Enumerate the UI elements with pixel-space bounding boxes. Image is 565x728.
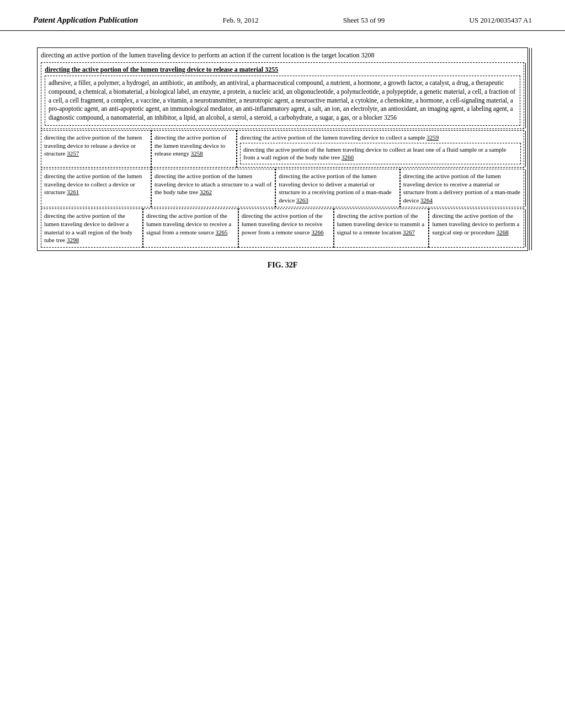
cell-3260: directing the active portion of the lume… bbox=[240, 143, 521, 164]
top-description: directing an active portion of the lumen… bbox=[41, 51, 524, 60]
cell-3259-wrapper: directing the active portion of the lume… bbox=[237, 130, 524, 168]
page: Patent Application Publication Feb. 9, 2… bbox=[0, 0, 565, 728]
cell-3263: directing the active portion of the lume… bbox=[275, 169, 399, 208]
material-list-box: adhesive, a filler, a polymer, a hydroge… bbox=[45, 76, 520, 126]
cell-3268: directing the active portion of the lume… bbox=[429, 208, 524, 248]
cell-3266: directing the active portion of the lume… bbox=[238, 208, 334, 248]
publication-title: Patent Application Publication bbox=[33, 15, 138, 25]
row-1: directing the active portion of the lume… bbox=[41, 130, 524, 168]
cell-3261: directing the active portion of the lume… bbox=[41, 169, 151, 208]
row-3: directing the active portion of the lume… bbox=[41, 208, 524, 248]
cell-3259: directing the active portion of the lume… bbox=[240, 133, 521, 142]
patent-diagram: directing an active portion of the lumen… bbox=[37, 47, 528, 251]
main-content: directing an active portion of the lumen… bbox=[0, 42, 565, 292]
figure-label: FIG. 32F bbox=[30, 261, 535, 270]
cell-3298: directing the active portion of the lume… bbox=[41, 208, 143, 248]
patent-number: US 2012/0035437 A1 bbox=[470, 16, 532, 25]
cell-3267: directing the active portion of the lume… bbox=[334, 208, 429, 248]
sheet-info: Sheet 53 of 99 bbox=[343, 16, 385, 25]
page-header: Patent Application Publication Feb. 9, 2… bbox=[0, 0, 565, 31]
cell-3258: directing the active portion of the lume… bbox=[151, 130, 237, 168]
row-2: directing the active portion of the lume… bbox=[41, 169, 524, 208]
cell-3265: directing the active portion of the lume… bbox=[143, 208, 238, 248]
cell-3257: directing the active portion of the lume… bbox=[41, 130, 151, 168]
material-section-label: directing the active portion of the lume… bbox=[45, 66, 520, 74]
cell-3264: directing the active portion of the lume… bbox=[400, 169, 524, 208]
publication-date: Feb. 9, 2012 bbox=[223, 16, 259, 25]
cell-3262: directing the active portion of the lume… bbox=[151, 169, 275, 208]
